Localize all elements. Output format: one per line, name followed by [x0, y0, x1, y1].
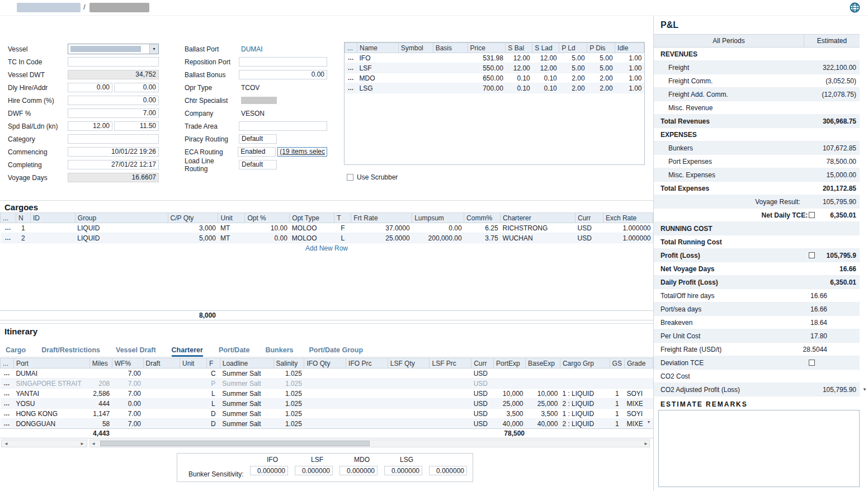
- grid-cell[interactable]: [624, 379, 653, 389]
- grid-cell[interactable]: 2 : LIQUID: [560, 399, 610, 409]
- grid-cell[interactable]: [526, 369, 560, 379]
- grid-cell[interactable]: 650.00: [468, 73, 506, 83]
- grid-cell[interactable]: Summer Salt: [220, 369, 273, 379]
- grid-cell[interactable]: [304, 379, 346, 389]
- grid-cell[interactable]: [180, 389, 207, 399]
- grid-cell[interactable]: [143, 369, 180, 379]
- grid-cell[interactable]: 37.0000: [351, 223, 412, 233]
- grid-cell[interactable]: L: [206, 399, 220, 409]
- grid-cell[interactable]: [346, 419, 388, 429]
- grid-cell[interactable]: 5.00: [559, 63, 587, 73]
- input-field[interactable]: [68, 134, 159, 144]
- grid-cell[interactable]: 25,000: [526, 399, 560, 409]
- grid-cell[interactable]: [624, 369, 653, 379]
- grid-cell[interactable]: 2 : LIQUID: [560, 419, 610, 429]
- grid-cell[interactable]: [304, 399, 346, 409]
- grid-cell[interactable]: MT: [218, 233, 245, 243]
- grid-cell[interactable]: 0.10: [532, 73, 559, 83]
- grid-cell[interactable]: 0.10: [532, 83, 559, 93]
- grid-cell[interactable]: USD: [471, 419, 494, 429]
- grid-cell[interactable]: [304, 419, 346, 429]
- grid-cell[interactable]: [180, 399, 207, 409]
- grid-cell[interactable]: 3,500: [526, 409, 560, 419]
- grid-cell[interactable]: [494, 379, 526, 389]
- grid-cell[interactable]: [346, 409, 388, 419]
- grid-cell[interactable]: L: [206, 389, 220, 399]
- grid-cell[interactable]: 0.00: [412, 223, 464, 233]
- grid-cell[interactable]: 40,000: [526, 419, 560, 429]
- grid-cell[interactable]: USD: [471, 379, 494, 389]
- estimate-remarks-textarea[interactable]: [658, 410, 860, 487]
- sens-input[interactable]: 0.000000: [295, 466, 333, 475]
- tab-port-date-group[interactable]: Port/Date Group: [309, 346, 363, 357]
- grid-cell[interactable]: 7.00: [112, 409, 143, 419]
- input-field[interactable]: [239, 57, 327, 67]
- grid-cell[interactable]: L: [334, 233, 351, 243]
- grid-cell[interactable]: [433, 63, 468, 73]
- grid-cell[interactable]: 2.00: [587, 73, 615, 83]
- grid-cell[interactable]: [30, 233, 75, 243]
- grid-cell[interactable]: YANTAI: [13, 389, 89, 399]
- grid-cell[interactable]: Summer Salt: [220, 419, 273, 429]
- grid-cell[interactable]: IFO: [357, 53, 398, 63]
- grid-cell[interactable]: 3.75: [464, 233, 501, 243]
- grid-cell[interactable]: 2: [16, 233, 30, 243]
- grid-cell[interactable]: 58: [89, 419, 112, 429]
- grid-cell[interactable]: [433, 73, 468, 83]
- grid-cell[interactable]: LSF: [357, 63, 398, 73]
- grid-cell[interactable]: [143, 399, 180, 409]
- grid-cell[interactable]: [346, 379, 388, 389]
- dropdown-arrow-icon[interactable]: ▼: [149, 44, 158, 54]
- grid-cell[interactable]: SOYI: [624, 409, 653, 419]
- grid-cell[interactable]: 3,500: [494, 409, 526, 419]
- sens-input[interactable]: 0.000000: [384, 466, 422, 475]
- grid-cell[interactable]: 5.00: [587, 53, 615, 63]
- row-menu-icon[interactable]: •••: [348, 87, 353, 91]
- grid-cell[interactable]: [433, 53, 468, 63]
- tab-draft-restrictions[interactable]: Draft/Restrictions: [41, 346, 100, 357]
- grid-cell[interactable]: 0.00: [245, 233, 290, 243]
- grid-cell[interactable]: 1.00: [615, 73, 644, 83]
- grid-cell[interactable]: [346, 389, 388, 399]
- scroll-left-icon[interactable]: ◄: [3, 441, 10, 446]
- text-value[interactable]: VESON: [239, 110, 265, 117]
- grid-cell[interactable]: 5.00: [587, 63, 615, 73]
- grid-cell[interactable]: [610, 369, 624, 379]
- scrollbar-thumb[interactable]: [100, 441, 370, 446]
- grid-cell[interactable]: 1 : LIQUID: [560, 389, 610, 399]
- grid-cell[interactable]: [346, 369, 388, 379]
- grid-cell[interactable]: D: [206, 409, 220, 419]
- tab-charterer[interactable]: Charterer: [172, 346, 203, 357]
- input-field[interactable]: 0.00: [239, 70, 327, 79]
- scroll-right-icon[interactable]: ►: [79, 441, 86, 446]
- input-field[interactable]: 12.00: [68, 121, 112, 131]
- grid-cell[interactable]: 1.025: [273, 369, 304, 379]
- checkbox[interactable]: [809, 360, 815, 366]
- input-field[interactable]: 0.00: [68, 83, 112, 92]
- multi-select-field[interactable]: (19 items selec: [277, 147, 327, 157]
- dropdown-arrow-icon[interactable]: ▼: [862, 387, 867, 392]
- grid-cell[interactable]: 5.00: [559, 53, 587, 63]
- grid-cell[interactable]: [388, 389, 430, 399]
- grid-cell[interactable]: 2.00: [559, 73, 587, 83]
- row-menu-icon[interactable]: •••: [348, 57, 353, 61]
- grid-cell[interactable]: [398, 63, 433, 73]
- grid-cell[interactable]: 10,000: [494, 389, 526, 399]
- grid-cell[interactable]: D: [206, 419, 220, 429]
- grid-cell[interactable]: 12.00: [506, 53, 532, 63]
- grid-cell[interactable]: [388, 379, 430, 389]
- row-menu-icon[interactable]: •••: [348, 67, 353, 71]
- grid-cell[interactable]: USD: [471, 369, 494, 379]
- grid-cell[interactable]: 1.025: [273, 419, 304, 429]
- grid-cell[interactable]: MOLOO: [290, 223, 334, 233]
- scroll-left-icon[interactable]: ◄: [90, 441, 97, 446]
- grid-cell[interactable]: [143, 379, 180, 389]
- tab-port-date[interactable]: Port/Date: [219, 346, 250, 357]
- row-menu-icon[interactable]: •••: [4, 372, 10, 376]
- grid-cell[interactable]: 1,147: [89, 409, 112, 419]
- grid-cell[interactable]: 200,000.00: [412, 233, 464, 243]
- grid-cell[interactable]: F: [334, 223, 351, 233]
- grid-cell[interactable]: [398, 83, 433, 93]
- grid-cell[interactable]: [89, 369, 112, 379]
- tab-vessel-draft[interactable]: Vessel Draft: [116, 346, 156, 357]
